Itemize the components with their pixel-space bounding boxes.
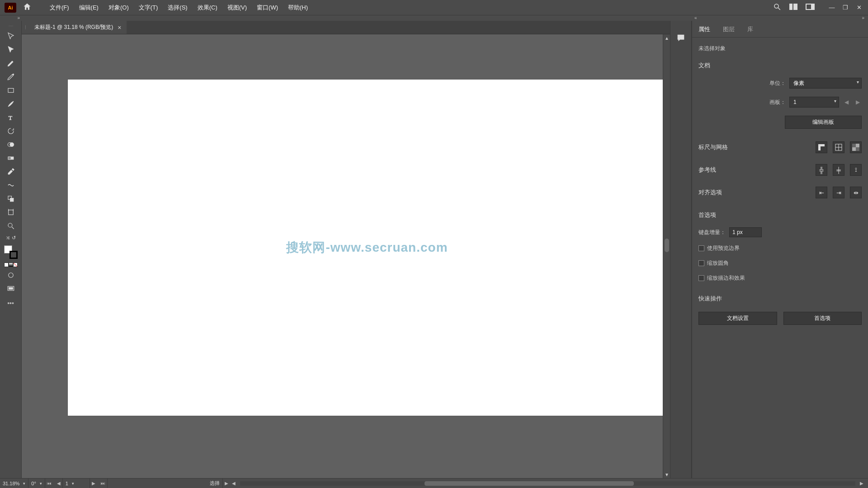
menu-select[interactable]: 选择(S) [163, 1, 192, 14]
vertical-scrollbar[interactable]: ▲ ▼ [663, 34, 670, 478]
menu-edit[interactable]: 编辑(E) [75, 1, 103, 14]
home-icon[interactable] [23, 2, 32, 13]
comments-panel-icon[interactable] [675, 32, 687, 44]
key-increment-input[interactable] [729, 227, 762, 237]
vertical-scroll-thumb[interactable] [665, 239, 669, 252]
show-guides-icon[interactable]: ╬ [816, 164, 827, 176]
stroke-swatch[interactable] [9, 251, 18, 259]
scroll-up-icon[interactable]: ▲ [663, 34, 670, 42]
next-artboard-nav-icon[interactable]: ▶ [90, 481, 97, 486]
rightpanel-collapse-chevron[interactable]: » [862, 15, 864, 21]
tab-libraries[interactable]: 库 [741, 23, 760, 37]
artboard[interactable]: 搜软网-www.secruan.com [68, 80, 666, 416]
hscroll-left-icon[interactable]: ◀ [230, 481, 237, 486]
canvas-viewport[interactable]: 搜软网-www.secruan.com ▲ ▼ [22, 34, 670, 478]
zoom-level-select[interactable]: 31.18% [0, 479, 28, 488]
menu-window[interactable]: 窗口(W) [252, 1, 283, 14]
align-options-icon[interactable]: ⇹ [850, 187, 862, 198]
first-artboard-icon[interactable]: ⏮ [45, 481, 53, 486]
scale-strokes-checkbox[interactable] [698, 275, 704, 281]
grid-toggle-icon[interactable] [833, 141, 844, 153]
smart-guides-icon[interactable]: ⟟ [850, 164, 862, 176]
screen-mode-icon[interactable] [5, 283, 17, 294]
zoom-tool[interactable] [5, 221, 17, 231]
horizontal-scroll-thumb[interactable] [425, 481, 634, 486]
toolbox-grip[interactable]: ┈┈ [4, 24, 18, 27]
menu-help[interactable]: 帮助(H) [283, 1, 312, 14]
toolbox-collapse-chevron[interactable]: » [0, 15, 22, 21]
hscroll-right-icon[interactable]: ▶ [858, 481, 865, 486]
section-quick-title: 快速操作 [698, 295, 862, 303]
tab-layers[interactable]: 图层 [717, 23, 741, 37]
menu-type[interactable]: 文字(T) [134, 1, 163, 14]
shape-builder-tool[interactable] [5, 139, 17, 150]
menu-file[interactable]: 文件(F) [45, 1, 74, 14]
rectangle-tool[interactable] [5, 85, 17, 96]
scale-corners-checkbox[interactable] [698, 260, 704, 266]
arrange-documents-icon[interactable] [789, 4, 797, 11]
transparency-grid-icon[interactable] [850, 141, 862, 153]
window-close-button[interactable]: ✕ [854, 4, 863, 12]
rotate-tool[interactable] [5, 126, 17, 136]
key-increment-label: 键盘增量： [698, 229, 726, 236]
swap-fill-stroke-icon[interactable]: ⤭ [6, 235, 10, 241]
shaper-tool[interactable] [5, 193, 17, 204]
tab-properties[interactable]: 属性 [692, 23, 717, 37]
scroll-down-icon[interactable]: ▼ [663, 471, 670, 478]
window-maximize-button[interactable]: ❐ [841, 4, 850, 12]
ruler-toggle-icon[interactable] [816, 141, 827, 153]
rotate-view-select[interactable]: 0° [28, 479, 45, 488]
workspace-switcher-icon[interactable] [806, 4, 815, 11]
artboard-tool[interactable] [5, 207, 17, 218]
edit-artboards-button[interactable]: 编辑画板 [785, 116, 862, 129]
next-artboard-icon[interactable]: ▶ [854, 99, 862, 105]
app-logo: Ai [5, 3, 16, 13]
type-tool[interactable]: T [5, 112, 17, 123]
paintbrush-tool[interactable] [5, 99, 17, 109]
lock-guides-icon[interactable]: ╪ [833, 164, 844, 176]
middock-collapse-chevron[interactable]: « [694, 15, 697, 21]
fill-stroke-swatch[interactable] [4, 245, 18, 259]
last-artboard-icon[interactable]: ⏭ [99, 481, 107, 486]
section-align-title: 对齐选项 [698, 188, 722, 197]
watermark-text: 搜软网-www.secruan.com [286, 239, 448, 256]
gradient-tool[interactable] [5, 153, 17, 164]
panel-collapse-row: » « » [0, 15, 868, 21]
menu-view[interactable]: 视图(V) [223, 1, 251, 14]
snap-to-point-icon[interactable]: ⇤ [816, 187, 827, 198]
direct-selection-tool[interactable] [5, 44, 17, 55]
units-select[interactable]: 像素 [789, 78, 862, 89]
status-popup-icon[interactable]: ▶ [223, 481, 230, 486]
edit-toolbar-icon[interactable]: ••• [7, 300, 14, 307]
search-icon[interactable] [773, 3, 781, 12]
menu-effect[interactable]: 效果(C) [193, 1, 222, 14]
artboard-select[interactable]: 1 [789, 97, 839, 108]
section-rulers-title: 标尺与网格 [698, 143, 728, 151]
gradient-mode-icon[interactable] [9, 263, 13, 267]
pen-tool[interactable] [5, 58, 17, 69]
current-tool-label: 选择 [207, 479, 223, 488]
window-minimize-button[interactable]: — [827, 4, 836, 12]
close-tab-icon[interactable]: × [118, 24, 121, 31]
snap-to-grid-icon[interactable]: ⇥ [833, 187, 844, 198]
menu-object[interactable]: 对象(O) [104, 1, 133, 14]
units-label: 单位： [769, 80, 786, 87]
prev-artboard-icon[interactable]: ◀ [843, 99, 850, 105]
width-tool[interactable] [5, 180, 17, 191]
document-setup-button[interactable]: 文档设置 [698, 312, 777, 325]
curvature-tool[interactable] [5, 71, 17, 82]
draw-mode-icon[interactable] [5, 270, 17, 281]
tabbar-grip[interactable]: ┊ [22, 21, 29, 34]
prev-artboard-nav-icon[interactable]: ◀ [55, 481, 62, 486]
none-mode-icon[interactable] [13, 263, 18, 267]
scale-strokes-label: 缩放描边和效果 [707, 274, 745, 282]
selection-tool[interactable] [5, 31, 17, 42]
document-tab[interactable]: 未标题-1 @ 31.18 % (RGB/预览) × [29, 21, 127, 34]
preferences-button[interactable]: 首选项 [783, 312, 862, 325]
horizontal-scrollbar[interactable] [240, 481, 855, 486]
color-mode-icon[interactable] [4, 263, 9, 267]
eyedropper-tool[interactable] [5, 166, 17, 177]
default-fill-stroke-icon[interactable]: ↺ [12, 235, 16, 241]
artboard-nav-select[interactable]: 1 [63, 479, 90, 488]
preview-bounds-checkbox[interactable] [698, 245, 704, 251]
